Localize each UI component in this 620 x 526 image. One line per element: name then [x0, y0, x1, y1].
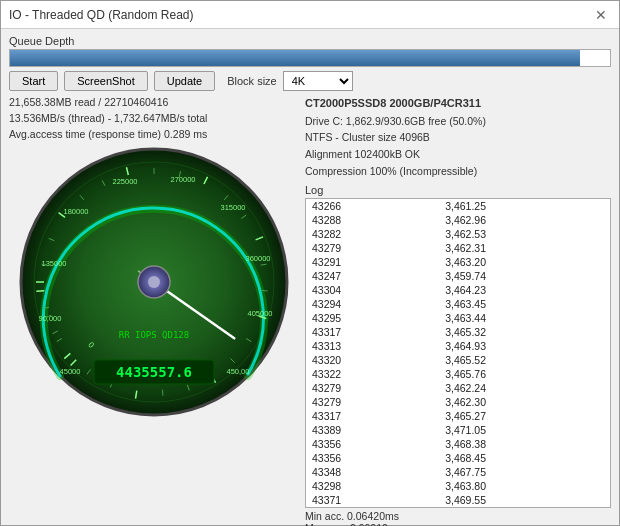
- log-row: 432793,462.24: [306, 381, 610, 395]
- main-area: 21,658.38MB read / 22710460416 13.536MB/…: [9, 95, 611, 526]
- log-value: 3,463.80: [439, 479, 610, 493]
- gauge-svg: 0 45000 90,000 135000 180000: [18, 146, 290, 418]
- device-alignment: Alignment 102400kB OK: [305, 146, 611, 163]
- log-id: 43371: [306, 493, 439, 507]
- log-value: 3,463.44: [439, 311, 610, 325]
- log-id: 43317: [306, 409, 439, 423]
- svg-text:45000: 45000: [60, 367, 81, 376]
- log-footer: Min acc. 0.06420ms Max acc. 0.90210ms: [305, 510, 611, 526]
- log-value: 3,462.53: [439, 227, 610, 241]
- log-row: 432793,462.31: [306, 241, 610, 255]
- log-value: 3,465.32: [439, 325, 610, 339]
- svg-text:180000: 180000: [63, 207, 88, 216]
- log-row: 433223,465.76: [306, 367, 610, 381]
- log-id: 43294: [306, 297, 439, 311]
- log-table-container[interactable]: 432663,461.25432883,462.96432823,462.534…: [305, 198, 611, 508]
- titlebar: IO - Threaded QD (Random Read) ✕: [1, 1, 619, 29]
- device-name: CT2000P5SSD8 2000GB/P4CR311: [305, 95, 611, 113]
- stats-section: 21,658.38MB read / 22710460416 13.536MB/…: [9, 95, 299, 142]
- left-panel: 21,658.38MB read / 22710460416 13.536MB/…: [9, 95, 299, 526]
- gauge-wrapper: 0 45000 90,000 135000 180000: [18, 146, 290, 418]
- log-value: 3,459.74: [439, 269, 610, 283]
- log-value: 3,465.52: [439, 353, 610, 367]
- log-value: 3,464.23: [439, 283, 610, 297]
- log-row: 433483,467.75: [306, 465, 610, 479]
- stats-line3: Avg.access time (response time) 0.289 ms: [9, 127, 299, 143]
- device-compression: Compression 100% (Incompressible): [305, 163, 611, 180]
- log-value: 3,461.25: [439, 199, 610, 213]
- block-size-label: Block size: [227, 75, 277, 87]
- svg-text:315000: 315000: [220, 203, 245, 212]
- log-row: 433173,465.27: [306, 409, 610, 423]
- svg-text:90,000: 90,000: [39, 314, 62, 323]
- log-value: 3,465.76: [439, 367, 610, 381]
- log-section: Log 432663,461.25432883,462.96432823,462…: [305, 184, 611, 526]
- log-row: 433133,464.93: [306, 339, 610, 353]
- log-value: 3,467.75: [439, 465, 610, 479]
- block-size-select[interactable]: 4K 512B 1K 2K 8K 16K 32K 64K 128K 256K 5…: [283, 71, 353, 91]
- log-id: 43282: [306, 227, 439, 241]
- screenshot-button[interactable]: ScreenShot: [64, 71, 147, 91]
- log-id: 43266: [306, 199, 439, 213]
- window-title: IO - Threaded QD (Random Read): [9, 8, 194, 22]
- log-label: Log: [305, 184, 611, 196]
- log-row: 432473,459.74: [306, 269, 610, 283]
- log-id: 43279: [306, 241, 439, 255]
- log-id: 43389: [306, 423, 439, 437]
- log-id: 43279: [306, 395, 439, 409]
- device-info: CT2000P5SSD8 2000GB/P4CR311 Drive C: 1,8…: [305, 95, 611, 180]
- log-id: 43317: [306, 325, 439, 339]
- svg-text:RR IOPS QD128: RR IOPS QD128: [119, 330, 189, 340]
- log-value: 3,471.05: [439, 423, 610, 437]
- log-row: 432913,463.20: [306, 255, 610, 269]
- svg-text:450,00: 450,00: [227, 367, 250, 376]
- log-row: 432823,462.53: [306, 227, 610, 241]
- log-id: 43320: [306, 353, 439, 367]
- toolbar: Start ScreenShot Update Block size 4K 51…: [9, 71, 611, 91]
- log-value: 3,463.20: [439, 255, 610, 269]
- device-drive: Drive C: 1,862.9/930.6GB free (50.0%): [305, 113, 611, 130]
- close-button[interactable]: ✕: [591, 5, 611, 25]
- start-button[interactable]: Start: [9, 71, 58, 91]
- log-id: 43348: [306, 465, 439, 479]
- log-id: 43291: [306, 255, 439, 269]
- log-row: 432663,461.25: [306, 199, 610, 213]
- log-value: 3,464.93: [439, 339, 610, 353]
- device-fs: NTFS - Cluster size 4096B: [305, 129, 611, 146]
- log-value: 3,468.38: [439, 437, 610, 451]
- main-window: IO - Threaded QD (Random Read) ✕ Queue D…: [0, 0, 620, 526]
- log-value: 3,462.96: [439, 213, 610, 227]
- log-row: 433893,471.05: [306, 423, 610, 437]
- log-id: 43247: [306, 269, 439, 283]
- log-row: 433713,469.55: [306, 493, 610, 507]
- right-panel: CT2000P5SSD8 2000GB/P4CR311 Drive C: 1,8…: [305, 95, 611, 526]
- update-button[interactable]: Update: [154, 71, 215, 91]
- log-row: 432883,462.96: [306, 213, 610, 227]
- log-value: 3,463.45: [439, 297, 610, 311]
- stats-line1: 21,658.38MB read / 22710460416: [9, 95, 299, 111]
- min-acc: Min acc. 0.06420ms: [305, 510, 611, 522]
- queue-depth-section: Queue Depth: [9, 35, 611, 67]
- log-row: 433173,465.32: [306, 325, 610, 339]
- log-id: 43356: [306, 451, 439, 465]
- log-row: 432793,462.30: [306, 395, 610, 409]
- svg-text:405000: 405000: [247, 309, 272, 318]
- queue-depth-bar: [9, 49, 611, 67]
- log-id: 43298: [306, 479, 439, 493]
- log-id: 43295: [306, 311, 439, 325]
- log-id: 43304: [306, 283, 439, 297]
- svg-text:270000: 270000: [170, 175, 195, 184]
- svg-text:360000: 360000: [245, 254, 270, 263]
- svg-line-4: [36, 291, 44, 292]
- log-value: 3,462.30: [439, 395, 610, 409]
- svg-text:135000: 135000: [41, 259, 66, 268]
- log-value: 3,469.55: [439, 493, 610, 507]
- log-row: 432943,463.45: [306, 297, 610, 311]
- log-table: 432663,461.25432883,462.96432823,462.534…: [306, 199, 610, 507]
- log-row: 432953,463.44: [306, 311, 610, 325]
- log-id: 43313: [306, 339, 439, 353]
- log-row: 433563,468.45: [306, 451, 610, 465]
- svg-text:4435557.6: 4435557.6: [116, 364, 192, 380]
- log-value: 3,465.27: [439, 409, 610, 423]
- log-row: 433203,465.52: [306, 353, 610, 367]
